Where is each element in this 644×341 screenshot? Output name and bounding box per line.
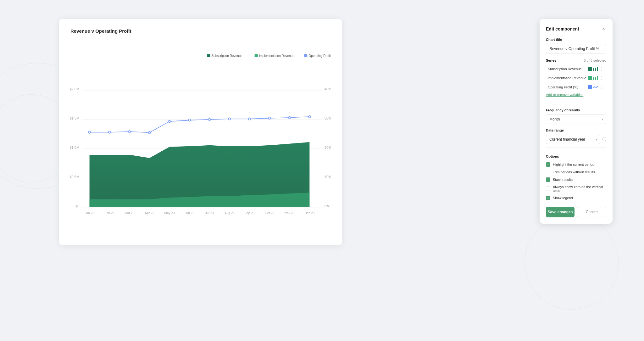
options-section: Options Highlight the current period Tri… — [546, 154, 606, 202]
svg-rect-41 — [255, 54, 258, 57]
svg-rect-45 — [593, 68, 594, 71]
svg-rect-49 — [595, 77, 596, 80]
svg-text:Jun 23: Jun 23 — [185, 211, 195, 215]
svg-point-26 — [308, 115, 311, 118]
chart-title-label: Chart title — [546, 38, 606, 42]
option-label-stack: Stack results — [553, 178, 573, 182]
svg-text:10%: 10% — [325, 175, 331, 179]
option-row-trim: Trim periods without results — [546, 168, 606, 176]
info-icon[interactable]: ⓘ — [602, 137, 606, 142]
option-row-highlight: Highlight the current period — [546, 161, 606, 168]
cancel-button[interactable]: Cancel — [577, 207, 606, 217]
svg-text:$1.0M: $1.0M — [70, 146, 79, 149]
svg-point-21 — [208, 118, 211, 120]
series-list: Subscription Revenue ⋮ Implementation Re… — [546, 65, 606, 91]
svg-text:0%: 0% — [325, 204, 330, 208]
svg-text:Nov 23: Nov 23 — [285, 211, 295, 215]
series-color-subscription — [588, 67, 592, 71]
series-more-operating[interactable]: ⋮ — [599, 85, 604, 89]
svg-text:Operating Profit (%): Operating Profit (%) — [308, 54, 331, 58]
svg-text:May 23: May 23 — [164, 211, 175, 215]
checkbox-trim[interactable] — [546, 170, 550, 174]
option-label-trim: Trim periods without results — [553, 170, 595, 174]
svg-point-20 — [188, 119, 191, 121]
edit-panel: Edit component × Chart title Series 3 of… — [540, 19, 613, 224]
svg-point-23 — [248, 118, 251, 120]
option-row-stack: Stack results — [546, 176, 606, 183]
series-more-subscription[interactable]: ⋮ — [599, 66, 604, 71]
frequency-label: Frequency of results — [546, 108, 606, 112]
edit-panel-title: Edit component — [546, 26, 579, 31]
divider-2 — [546, 147, 606, 148]
svg-text:Oct 23: Oct 23 — [265, 211, 274, 215]
svg-point-19 — [169, 120, 171, 122]
series-item-implementation[interactable]: Implementation Revenue ⋮ — [546, 74, 606, 82]
svg-text:Jan 23: Jan 23 — [85, 211, 94, 215]
svg-text:Implementation Revenue: Implementation Revenue — [259, 54, 294, 58]
date-range-row: Current financial year Last 12 months Cu… — [546, 135, 606, 144]
series-color-implementation — [588, 76, 592, 80]
svg-point-24 — [269, 117, 271, 119]
save-button[interactable]: Save changes — [546, 207, 575, 217]
svg-text:Aug 23: Aug 23 — [225, 211, 235, 215]
svg-text:$2.0M: $2.0M — [70, 87, 79, 91]
option-label-highlight: Highlight the current period — [553, 163, 594, 166]
series-icons-subscription: ⋮ — [588, 66, 604, 71]
svg-rect-43 — [304, 54, 307, 57]
svg-text:Subscription Revenue: Subscription Revenue — [211, 54, 242, 58]
checkbox-zero[interactable] — [546, 187, 550, 191]
svg-text:Dec 23: Dec 23 — [304, 211, 314, 215]
chart-area: $0 $0.5M $1.0M $1.5M $2.0M 0% 10% 20% 30… — [70, 37, 331, 238]
footer-buttons: Save changes Cancel — [546, 207, 606, 217]
frequency-select[interactable]: Month Week Quarter Year — [546, 115, 606, 124]
series-line-icon-operating — [593, 85, 598, 89]
svg-text:Apr 23: Apr 23 — [145, 211, 154, 215]
checkbox-stack[interactable] — [546, 177, 550, 182]
series-more-implementation[interactable]: ⋮ — [599, 75, 604, 80]
date-range-select[interactable]: Current financial year Last 12 months Cu… — [546, 135, 600, 144]
checkbox-legend[interactable] — [546, 196, 550, 200]
series-name-operating: Operating Profit (%) — [548, 85, 588, 89]
series-color-operating — [588, 85, 592, 89]
series-name-implementation: Implementation Revenue — [548, 76, 588, 80]
add-remove-link[interactable]: Add or remove variables — [546, 93, 606, 97]
svg-text:30%: 30% — [325, 116, 331, 120]
series-header: Series 3 of 6 selected — [546, 59, 606, 62]
svg-rect-47 — [597, 67, 598, 71]
svg-point-18 — [148, 131, 151, 134]
series-name-subscription: Subscription Revenue — [548, 67, 588, 71]
date-range-label: Date range — [546, 128, 606, 132]
option-label-legend: Show legend — [553, 196, 573, 200]
chart-title-input[interactable] — [546, 44, 606, 53]
svg-point-22 — [228, 118, 230, 120]
option-row-legend: Show legend — [546, 194, 606, 202]
svg-rect-39 — [207, 54, 210, 57]
options-label: Options — [546, 154, 606, 158]
svg-text:Jul 23: Jul 23 — [205, 211, 214, 215]
series-label: Series — [546, 59, 556, 62]
svg-point-17 — [128, 131, 130, 133]
series-icons-implementation: ⋮ — [588, 75, 604, 80]
series-icons-operating: ⋮ — [588, 85, 604, 89]
svg-text:Feb 23: Feb 23 — [105, 211, 115, 215]
series-item-operating[interactable]: Operating Profit (%) ⋮ — [546, 83, 606, 91]
svg-text:Mar 23: Mar 23 — [125, 211, 135, 215]
edit-panel-header: Edit component × — [546, 26, 606, 32]
option-row-zero: Always show zero on the vertical axes — [546, 183, 606, 194]
chart-card-title: Revenue v Operating Profit — [70, 28, 131, 34]
svg-text:$0.5M: $0.5M — [70, 175, 79, 179]
svg-point-15 — [88, 131, 91, 133]
svg-text:40%: 40% — [325, 87, 331, 91]
series-item-subscription[interactable]: Subscription Revenue ⋮ — [546, 65, 606, 73]
checkbox-highlight[interactable] — [546, 162, 550, 167]
close-button[interactable]: × — [601, 26, 606, 32]
svg-text:20%: 20% — [325, 146, 331, 149]
svg-rect-48 — [593, 77, 594, 80]
svg-text:Sep 23: Sep 23 — [245, 211, 255, 215]
chart-card: Revenue v Operating Profit $0 $0.5M $1.0… — [59, 19, 342, 245]
series-bar-icon-subscription — [593, 67, 598, 71]
svg-rect-46 — [595, 68, 596, 71]
svg-point-25 — [288, 116, 291, 119]
svg-rect-50 — [597, 76, 598, 80]
svg-text:$0: $0 — [75, 204, 79, 208]
